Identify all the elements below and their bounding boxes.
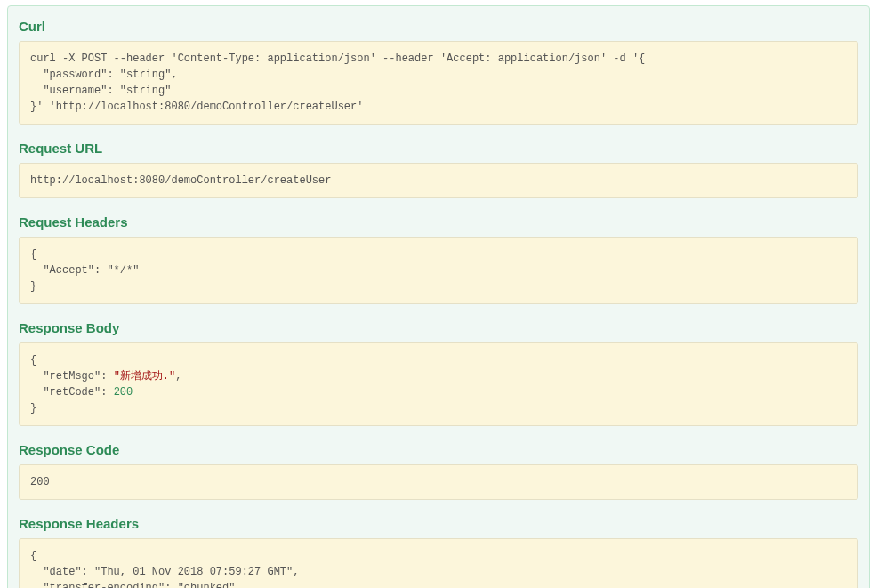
- request-headers-section-title: Request Headers: [19, 214, 858, 230]
- curl-code-box[interactable]: curl -X POST --header 'Content-Type: app…: [19, 41, 858, 125]
- request-headers-code-box[interactable]: { "Accept": "*/*" }: [19, 237, 858, 304]
- request-url-section-title: Request URL: [19, 141, 858, 156]
- retcode-value: 200: [114, 386, 133, 399]
- json-open-brace: {: [30, 354, 36, 366]
- retcode-key: "retCode": [43, 386, 101, 399]
- retmsgo-key: "retMsgo": [43, 370, 101, 383]
- response-code-code-box[interactable]: 200: [19, 464, 858, 500]
- retmsgo-value: "新增成功.": [114, 370, 176, 383]
- request-url-code-box[interactable]: http://localhost:8080/demoController/cre…: [19, 163, 858, 198]
- json-close-brace: }: [30, 402, 36, 415]
- response-body-section-title: Response Body: [19, 320, 858, 335]
- curl-section-title: Curl: [19, 19, 858, 34]
- response-body-code-box[interactable]: { "retMsgo": "新增成功.", "retCode": 200 }: [19, 342, 858, 426]
- response-headers-section-title: Response Headers: [19, 516, 858, 531]
- response-headers-code-box[interactable]: { "date": "Thu, 01 Nov 2018 07:59:27 GMT…: [19, 538, 858, 588]
- response-code-section-title: Response Code: [19, 442, 858, 457]
- api-response-panel: Curl curl -X POST --header 'Content-Type…: [7, 5, 870, 588]
